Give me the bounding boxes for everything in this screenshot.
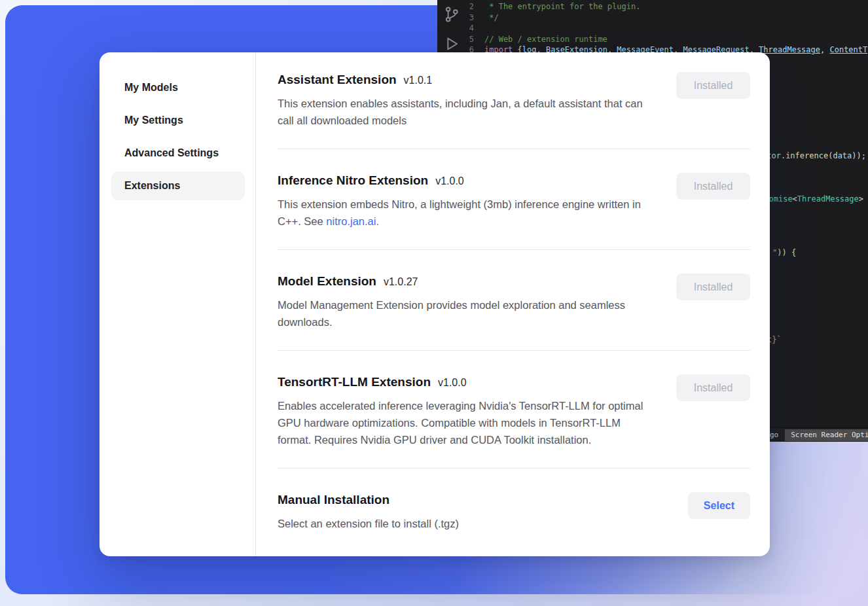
installed-button[interactable]: Installed [676, 274, 750, 300]
code-fragment: ")) { [772, 247, 796, 258]
extension-info: Assistant Extensionv1.0.1 This extension… [278, 71, 654, 129]
code-token: )); [852, 151, 866, 160]
stage-background: 2 * The entrypoint for the plugin. 3 */ … [0, 0, 868, 606]
extension-row: TensortRT-LLM Extensionv1.0.0 Enables ac… [278, 373, 750, 469]
screen-reader-chip[interactable]: Screen Reader Optimized [785, 429, 868, 441]
code-fragment: rator.inference(data)); [757, 151, 866, 161]
code-token: // Web / extension runtime [484, 35, 607, 44]
extensions-panel: Assistant Extensionv1.0.1 This extension… [256, 52, 770, 556]
extension-heading: Assistant Extensionv1.0.1 [278, 71, 654, 90]
line-number: 3 [467, 12, 484, 24]
extension-version: v1.0.27 [384, 276, 418, 287]
source-control-icon[interactable] [443, 6, 460, 23]
sidebar-item-my-models[interactable]: My Models [111, 73, 245, 102]
extension-name: TensortRT-LLM Extension [278, 375, 431, 389]
code-text: */ [484, 13, 499, 22]
installed-button[interactable]: Installed [676, 374, 750, 401]
code-fragment: Promise<ThreadMessage> [759, 194, 863, 204]
manual-installation-heading: Manual Installation [278, 491, 459, 510]
manual-installation-description: Select an extension file to install (.tg… [278, 515, 459, 532]
nitro-link[interactable]: nitro.jan.ai. [326, 215, 379, 227]
extension-description: Enables accelerated inference leveraging… [278, 397, 654, 448]
code-area: 2 * The entrypoint for the plugin. 3 */ … [467, 1, 868, 56]
extension-heading: Model Extensionv1.0.27 [278, 272, 654, 291]
extension-version: v1.0.0 [435, 175, 464, 187]
code-token: * The entrypoint for the plugin. [484, 2, 640, 11]
extension-name: Model Extension [278, 274, 376, 288]
code-token: < [793, 194, 797, 204]
code-text: * The entrypoint for the plugin. [484, 2, 640, 11]
extension-row: Model Extensionv1.0.27 Model Management … [278, 272, 750, 351]
sidebar-item-advanced-settings[interactable]: Advanced Settings [111, 139, 245, 168]
extension-heading: TensortRT-LLM Extensionv1.0.0 [278, 373, 654, 392]
run-debug-icon[interactable] [443, 35, 460, 52]
extension-version: v1.0.0 [438, 377, 467, 388]
code-token: > [859, 194, 863, 204]
line-number: 5 [467, 34, 484, 45]
settings-sidebar: My Models My Settings Advanced Settings … [99, 52, 256, 556]
extension-description: This extension embeds Nitro, a lightweig… [278, 196, 654, 230]
code-text: // Web / extension runtime [484, 35, 607, 44]
installed-button[interactable]: Installed [676, 72, 750, 99]
manual-installation-title: Manual Installation [278, 493, 389, 507]
code-token: data [833, 151, 852, 160]
extension-info: Inference Nitro Extensionv1.0.0 This ext… [278, 171, 654, 230]
sidebar-item-extensions[interactable]: Extensions [111, 171, 245, 200]
code-token: , [820, 45, 829, 54]
code-line: 3 */ [467, 12, 868, 24]
code-token: ThreadMessage [759, 45, 820, 54]
extension-name: Inference Nitro Extension [278, 173, 428, 187]
code-token: ThreadMessage [797, 194, 859, 204]
extension-row: Inference Nitro Extensionv1.0.0 This ext… [278, 171, 750, 250]
code-token: inference [786, 151, 828, 160]
code-line: 2 * The entrypoint for the plugin. [467, 1, 868, 12]
extension-version: v1.0.1 [404, 75, 433, 86]
code-token: ContentType [829, 45, 868, 54]
installed-button[interactable]: Installed [676, 173, 750, 200]
manual-installation-row: Manual Installation Select an extension … [278, 491, 750, 552]
extension-info: Manual Installation Select an extension … [278, 491, 459, 532]
extension-description: Model Management Extension provides mode… [278, 296, 654, 330]
settings-modal: My Models My Settings Advanced Settings … [99, 52, 770, 556]
code-token: )) { [777, 248, 796, 257]
select-button[interactable]: Select [688, 492, 750, 519]
line-number: 4 [467, 23, 484, 34]
sidebar-item-my-settings[interactable]: My Settings [111, 106, 245, 135]
extension-row: Assistant Extensionv1.0.1 This extension… [278, 71, 750, 149]
extension-name: Assistant Extension [278, 73, 397, 86]
extension-info: TensortRT-LLM Extensionv1.0.0 Enables ac… [278, 373, 654, 448]
line-number: 2 [467, 1, 484, 12]
code-line: 4 [467, 23, 868, 34]
code-line: 5// Web / extension runtime [467, 34, 868, 45]
status-text: go [770, 431, 778, 439]
extension-description: This extension enables assistants, inclu… [278, 95, 654, 129]
code-token: */ [484, 13, 499, 22]
extension-info: Model Extensionv1.0.27 Model Management … [278, 272, 654, 330]
extension-heading: Inference Nitro Extensionv1.0.0 [278, 171, 654, 190]
